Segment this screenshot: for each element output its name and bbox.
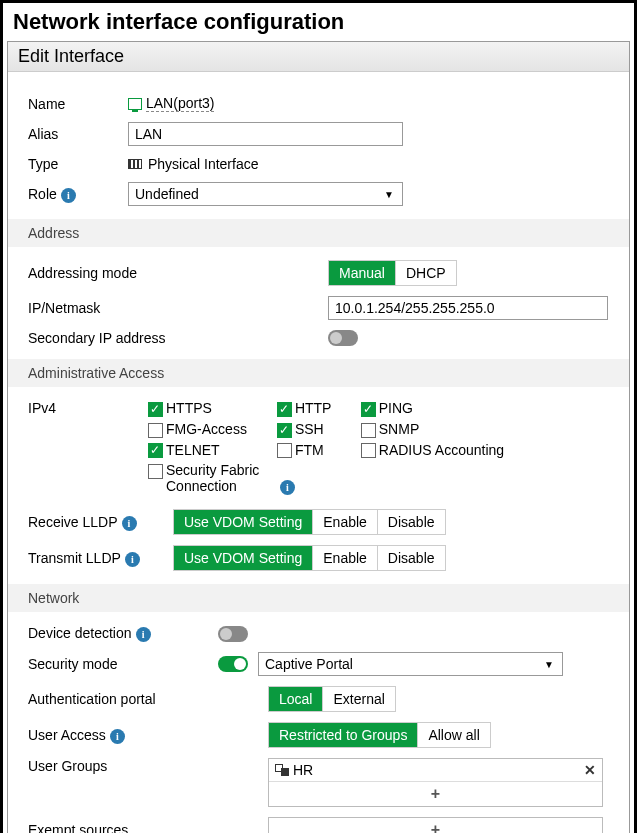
lldp-enable-button[interactable]: Enable xyxy=(312,546,377,570)
panel-header: Edit Interface xyxy=(8,42,629,72)
info-icon[interactable] xyxy=(110,729,125,744)
ua-allowall-button[interactable]: Allow all xyxy=(417,723,489,747)
auth-local-button[interactable]: Local xyxy=(269,687,322,711)
group-icon xyxy=(275,764,289,776)
remove-group-button[interactable]: ✕ xyxy=(584,762,596,778)
add-group-button[interactable]: + xyxy=(269,782,602,806)
auth-portal-group: Local External xyxy=(268,686,396,712)
lldp-vdom-button[interactable]: Use VDOM Setting xyxy=(174,546,312,570)
auth-external-button[interactable]: External xyxy=(322,687,394,711)
section-admin: Administrative Access xyxy=(8,359,629,387)
exempt-src-label: Exempt sources xyxy=(28,822,268,833)
security-mode-label: Security mode xyxy=(28,656,218,672)
info-icon[interactable] xyxy=(280,480,295,495)
port-icon xyxy=(128,98,142,110)
user-group-value: HR xyxy=(293,762,313,778)
cbx-ssh[interactable] xyxy=(277,423,292,438)
ua-restricted-button[interactable]: Restricted to Groups xyxy=(269,723,417,747)
auth-portal-label: Authentication portal xyxy=(28,691,268,707)
cbx-radius[interactable] xyxy=(361,443,376,458)
lldp-vdom-button[interactable]: Use VDOM Setting xyxy=(174,510,312,534)
info-icon[interactable] xyxy=(122,516,137,531)
ipv4-label: IPv4 xyxy=(28,400,148,416)
addressing-mode-label: Addressing mode xyxy=(28,265,328,281)
device-detect-toggle[interactable] xyxy=(218,626,248,642)
cbx-telnet[interactable] xyxy=(148,443,163,458)
info-icon[interactable] xyxy=(136,627,151,642)
user-groups-box[interactable]: HR ✕ + xyxy=(268,758,603,807)
cbx-snmp[interactable] xyxy=(361,423,376,438)
security-mode-toggle[interactable] xyxy=(218,656,248,672)
receive-lldp-label: Receive LLDP xyxy=(28,514,173,531)
user-access-group: Restricted to Groups Allow all xyxy=(268,722,491,748)
type-value: Physical Interface xyxy=(148,156,259,172)
alias-input[interactable] xyxy=(128,122,403,146)
cbx-fmg[interactable] xyxy=(148,423,163,438)
name-label: Name xyxy=(28,96,128,112)
cbx-ftm[interactable] xyxy=(277,443,292,458)
user-access-label: User Access xyxy=(28,727,268,744)
alias-label: Alias xyxy=(28,126,128,142)
mode-manual-button[interactable]: Manual xyxy=(329,261,395,285)
role-label: Role xyxy=(28,186,128,203)
receive-lldp-group: Use VDOM Setting Enable Disable xyxy=(173,509,446,535)
transmit-lldp-group: Use VDOM Setting Enable Disable xyxy=(173,545,446,571)
cbx-ping[interactable] xyxy=(361,402,376,417)
security-mode-select[interactable]: Captive Portal xyxy=(258,652,563,676)
section-network: Network xyxy=(8,584,629,612)
info-icon[interactable] xyxy=(61,188,76,203)
cbx-https[interactable] xyxy=(148,402,163,417)
lldp-enable-button[interactable]: Enable xyxy=(312,510,377,534)
device-detect-label: Device detection xyxy=(28,625,218,642)
edit-panel: Edit Interface Name LAN(port3) Alias Typ… xyxy=(7,41,630,833)
user-groups-label: User Groups xyxy=(28,758,268,774)
name-value: LAN(port3) xyxy=(146,95,214,112)
page-title: Network interface configuration xyxy=(7,7,630,41)
physical-icon xyxy=(128,159,142,169)
secondary-ip-toggle[interactable] xyxy=(328,330,358,346)
section-address: Address xyxy=(8,219,629,247)
addressing-mode-group: Manual DHCP xyxy=(328,260,457,286)
info-icon[interactable] xyxy=(125,552,140,567)
role-select[interactable]: Undefined xyxy=(128,182,403,206)
ip-input[interactable] xyxy=(328,296,608,320)
ip-label: IP/Netmask xyxy=(28,300,328,316)
lldp-disable-button[interactable]: Disable xyxy=(377,546,445,570)
cbx-http[interactable] xyxy=(277,402,292,417)
transmit-lldp-label: Transmit LLDP xyxy=(28,550,173,567)
cbx-fabric[interactable] xyxy=(148,464,163,479)
exempt-src-box[interactable]: + xyxy=(268,817,603,833)
lldp-disable-button[interactable]: Disable xyxy=(377,510,445,534)
mode-dhcp-button[interactable]: DHCP xyxy=(395,261,456,285)
type-label: Type xyxy=(28,156,128,172)
add-exempt-src-button[interactable]: + xyxy=(269,818,602,833)
secondary-ip-label: Secondary IP address xyxy=(28,330,328,346)
